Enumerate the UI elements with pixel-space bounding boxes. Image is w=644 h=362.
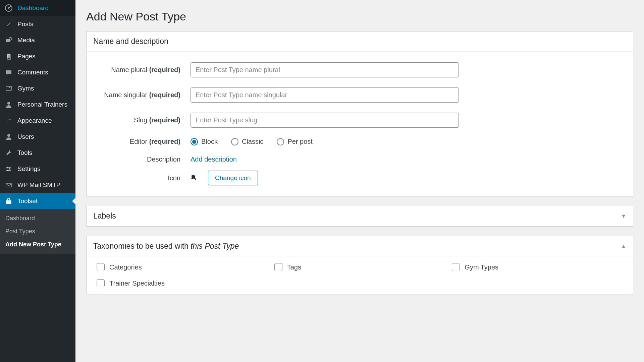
checkbox-tags[interactable]: Tags <box>274 263 445 271</box>
radio-icon <box>231 138 238 145</box>
svg-point-8 <box>7 134 10 137</box>
sidebar-sub-dashboard[interactable]: Dashboard <box>0 212 75 225</box>
dashboard-icon <box>5 4 13 12</box>
link-add-description[interactable]: Add description <box>191 156 237 163</box>
sliders-icon <box>5 165 13 173</box>
radio-group-editor: Block Classic Per post <box>191 138 624 145</box>
wrench-icon <box>5 149 13 157</box>
taxonomies-grid: Categories Tags Gym Types Trainer Specia… <box>87 256 633 294</box>
change-icon-button[interactable]: Change icon <box>208 171 258 185</box>
sidebar-item-label: Users <box>17 133 34 140</box>
sidebar-item-personal-trainers[interactable]: Personal Trainers <box>0 97 75 113</box>
radio-icon <box>277 138 284 145</box>
radio-icon <box>191 138 198 145</box>
label-slug: Slug (required) <box>87 116 191 124</box>
toolset-icon <box>5 197 13 205</box>
sidebar-item-label: Settings <box>17 165 41 173</box>
checkbox-icon <box>97 279 105 287</box>
sidebar-item-dashboard[interactable]: Dashboard <box>0 0 75 16</box>
sidebar-item-label: Personal Trainers <box>17 101 67 108</box>
radio-editor-block[interactable]: Block <box>191 138 218 145</box>
panel-header-taxonomies[interactable]: Taxonomies to be used with this Post Typ… <box>87 236 633 256</box>
sidebar-item-users[interactable]: Users <box>0 129 75 145</box>
panel-title: Labels <box>93 212 116 221</box>
panel-taxonomies: Taxonomies to be used with this Post Typ… <box>86 236 633 294</box>
checkbox-icon <box>452 263 460 271</box>
page-title: Add New Post Type <box>86 10 633 23</box>
sidebar-item-gyms[interactable]: Gyms <box>0 80 75 97</box>
sidebar-item-label: Dashboard <box>17 4 49 12</box>
input-slug[interactable] <box>191 113 459 128</box>
checkbox-gym-types[interactable]: Gym Types <box>452 263 623 271</box>
admin-sidebar: Dashboard Posts Media Pages Comments Gym… <box>0 0 75 362</box>
label-icon: Icon <box>87 174 191 182</box>
sidebar-item-media[interactable]: Media <box>0 32 75 48</box>
sidebar-item-appearance[interactable]: Appearance <box>0 113 75 129</box>
svg-point-1 <box>8 7 9 9</box>
label-description: Description <box>87 156 191 163</box>
svg-point-9 <box>7 167 8 168</box>
sidebar-item-comments[interactable]: Comments <box>0 64 75 80</box>
sidebar-item-label: Posts <box>17 20 34 28</box>
sidebar-submenu: Dashboard Post Types Add New Post Type <box>0 209 75 254</box>
label-name-singular: Name singular (required) <box>87 91 191 99</box>
panel-labels[interactable]: Labels ▼ <box>86 206 633 227</box>
sidebar-item-label: Appearance <box>17 117 52 124</box>
svg-point-6 <box>9 87 10 88</box>
panel-title: Name and description <box>93 37 168 46</box>
sidebar-sub-add-new-post-type[interactable]: Add New Post Type <box>0 238 75 251</box>
checkbox-icon <box>97 263 105 271</box>
sidebar-item-pages[interactable]: Pages <box>0 48 75 64</box>
radio-editor-classic[interactable]: Classic <box>231 138 263 145</box>
person-icon <box>5 133 13 141</box>
sidebar-item-label: Tools <box>17 149 32 157</box>
chevron-down-icon: ▼ <box>621 213 626 219</box>
sidebar-item-wp-mail-smtp[interactable]: WP Mail SMTP <box>0 177 75 193</box>
input-name-plural[interactable] <box>191 62 459 77</box>
person-icon <box>5 101 13 109</box>
sidebar-item-tools[interactable]: Tools <box>0 145 75 161</box>
sidebar-item-label: Media <box>17 37 35 44</box>
chevron-up-icon: ▲ <box>621 243 626 249</box>
sidebar-item-label: Toolset <box>17 197 38 205</box>
mail-icon <box>5 181 13 189</box>
brush-icon <box>5 117 13 125</box>
map-icon <box>5 84 13 93</box>
media-icon <box>5 36 13 44</box>
checkbox-categories[interactable]: Categories <box>97 263 268 271</box>
comment-icon <box>5 68 13 76</box>
sidebar-item-label: Comments <box>17 69 48 76</box>
svg-point-11 <box>7 170 8 171</box>
sidebar-item-posts[interactable]: Posts <box>0 16 75 32</box>
radio-editor-per-post[interactable]: Per post <box>277 138 312 145</box>
sidebar-item-settings[interactable]: Settings <box>0 161 75 177</box>
sidebar-item-toolset[interactable]: Toolset <box>0 193 75 209</box>
svg-point-10 <box>9 168 10 170</box>
sidebar-sub-post-types[interactable]: Post Types <box>0 225 75 238</box>
label-editor: Editor (required) <box>87 138 191 145</box>
svg-rect-12 <box>6 183 11 187</box>
checkbox-trainer-specialties[interactable]: Trainer Specialties <box>97 279 268 287</box>
svg-rect-13 <box>6 200 11 204</box>
sidebar-item-label: Gyms <box>17 85 34 92</box>
panel-title: Taxonomies to be used with this Post Typ… <box>93 242 239 251</box>
checkbox-icon <box>274 263 282 271</box>
svg-point-7 <box>7 102 10 105</box>
panel-body: Name plural (required) Name singular (re… <box>87 52 633 196</box>
sidebar-item-label: Pages <box>17 53 36 60</box>
input-name-singular[interactable] <box>191 87 459 103</box>
sidebar-item-label: WP Mail SMTP <box>17 181 60 189</box>
pin-icon <box>188 172 201 185</box>
panel-name-description: Name and description Name plural (requir… <box>86 31 633 196</box>
page-icon <box>5 52 13 60</box>
label-name-plural: Name plural (required) <box>87 66 191 74</box>
pin-icon <box>5 20 13 28</box>
panel-header: Name and description <box>87 32 633 52</box>
main-content: Add New Post Type Name and description N… <box>75 0 644 362</box>
